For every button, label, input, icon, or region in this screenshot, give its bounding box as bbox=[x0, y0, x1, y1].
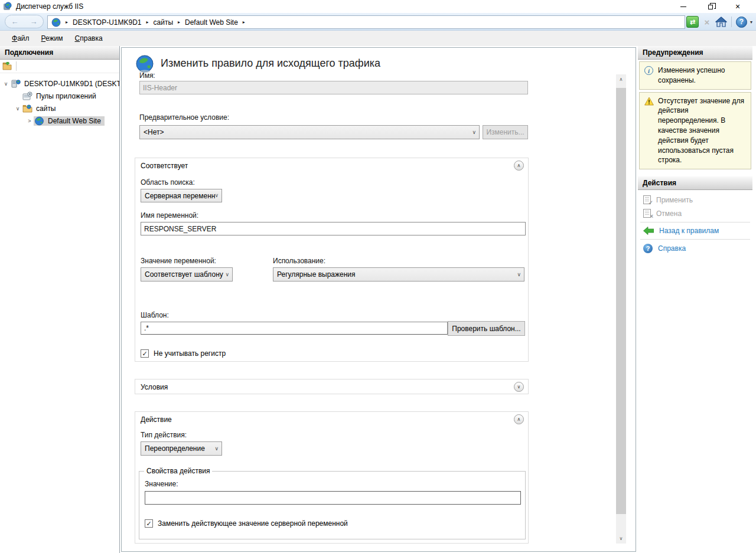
test-pattern-button[interactable]: Проверить шаблон... bbox=[448, 321, 525, 336]
breadcrumb-sites[interactable]: сайты bbox=[154, 18, 174, 27]
using-value: Регулярные выражения bbox=[277, 270, 356, 279]
ignore-case-row: ✓ Не учитывать регистр bbox=[141, 349, 226, 358]
scope-select[interactable]: Серверная переменн ∨ bbox=[141, 189, 222, 202]
address-bar: ← → ▸ DESKTOP-U1MK9D1 ▸ сайты ▸ Default … bbox=[0, 13, 756, 31]
connections-header-label: Подключения bbox=[5, 48, 53, 57]
menu-file[interactable]: Файл bbox=[6, 32, 35, 45]
pattern-input[interactable] bbox=[141, 322, 448, 335]
help-label: Справка bbox=[658, 244, 686, 253]
address-bar-buttons: ⇄ × ? ▾ bbox=[686, 16, 752, 28]
scroll-down-icon: ∨ bbox=[620, 536, 623, 541]
selected-tree-item: Default Web Site bbox=[34, 116, 105, 126]
replace-value-label: Заменить действующее значение серверной … bbox=[158, 519, 348, 528]
actions-list: ✓ Применить × Отмена Назад к правилам ? … bbox=[638, 190, 752, 256]
home-button[interactable] bbox=[715, 16, 727, 28]
variable-name-input[interactable] bbox=[141, 222, 526, 235]
warnings-header: Предупреждения bbox=[638, 46, 752, 60]
chevron-down-icon: ∨ bbox=[225, 271, 229, 277]
scroll-up-button[interactable]: ∧ bbox=[616, 74, 626, 84]
value-label: Значение: bbox=[145, 480, 178, 488]
collapse-section-button[interactable]: ∧ bbox=[514, 161, 524, 171]
tree-item-server[interactable]: ∨ DESKTOP-U1MK9D1 (DESKTOP bbox=[0, 77, 119, 90]
breadcrumb-separator-icon: ▸ bbox=[145, 19, 151, 25]
chevron-down-icon: ∨ bbox=[472, 129, 476, 135]
close-button[interactable]: × bbox=[724, 0, 751, 13]
tree-item-label: Default Web Site bbox=[47, 116, 105, 126]
breadcrumb-default-web-site[interactable]: Default Web Site bbox=[185, 18, 238, 27]
help-icon: ? bbox=[739, 18, 744, 26]
stop-button[interactable]: × bbox=[702, 18, 712, 27]
back-button[interactable]: ← bbox=[11, 18, 19, 25]
refresh-button[interactable]: ⇄ bbox=[686, 16, 699, 28]
menu-view[interactable]: Режим bbox=[35, 32, 69, 45]
variable-name-label: Имя переменной: bbox=[141, 211, 198, 220]
globe-icon bbox=[51, 18, 61, 27]
warning-icon bbox=[644, 97, 654, 106]
back-to-rules-label: Назад к правилам bbox=[659, 227, 719, 235]
help-icon-glyph: ? bbox=[646, 245, 650, 252]
breadcrumb-separator-icon: ▸ bbox=[176, 19, 182, 25]
check-icon: ✓ bbox=[146, 521, 151, 527]
minimize-button[interactable] bbox=[670, 0, 697, 13]
value-input[interactable] bbox=[145, 491, 521, 505]
replace-value-checkbox[interactable]: ✓ bbox=[145, 519, 153, 528]
restore-button[interactable] bbox=[697, 0, 724, 13]
name-input bbox=[139, 81, 528, 94]
expand-collapse-icon[interactable]: > bbox=[25, 118, 34, 124]
cancel-label: Отмена bbox=[656, 210, 682, 218]
chevron-up-icon: ∧ bbox=[517, 163, 521, 168]
scroll-down-button[interactable]: ∨ bbox=[616, 534, 626, 544]
tree-item-label: DESKTOP-U1MK9D1 (DESKTOP bbox=[23, 79, 119, 89]
iis-manager-window: Диспетчер служб IIS × ← → ▸ DESKTOP-U1MK… bbox=[0, 0, 756, 553]
variable-value-value: Соответствует шаблону bbox=[145, 270, 223, 279]
precondition-select[interactable]: <Нет> ∨ bbox=[139, 125, 480, 139]
stop-icon: × bbox=[705, 17, 710, 27]
vertical-scrollbar[interactable]: ∧ ∨ bbox=[616, 74, 626, 544]
ignore-case-checkbox[interactable]: ✓ bbox=[141, 349, 149, 358]
tree-item-app-pools[interactable]: Пулы приложений bbox=[0, 90, 119, 102]
site-globe-icon bbox=[34, 116, 44, 126]
action-type-select[interactable]: Переопределение ∨ bbox=[141, 441, 222, 456]
sites-folder-icon bbox=[22, 104, 32, 113]
variable-value-select[interactable]: Соответствует шаблону ∨ bbox=[141, 267, 233, 282]
precondition-label: Предварительное условие: bbox=[139, 113, 229, 122]
match-section: Соответствует ∧ Область поиска: Серверна… bbox=[135, 158, 529, 362]
toolbar-separator bbox=[16, 61, 17, 71]
info-icon-glyph: i bbox=[648, 67, 650, 74]
chevron-up-icon: ∧ bbox=[517, 417, 521, 422]
conditions-section-title: Условия bbox=[141, 383, 168, 391]
check-icon: ✓ bbox=[649, 200, 653, 206]
edit-precondition-button[interactable]: Изменить... bbox=[483, 125, 528, 139]
forward-button[interactable]: → bbox=[30, 18, 38, 25]
save-connection-folder-icon[interactable] bbox=[2, 62, 12, 70]
scope-value: Серверная переменн bbox=[145, 192, 215, 200]
help-icon: ? bbox=[643, 244, 653, 253]
apply-action[interactable]: ✓ Применить bbox=[638, 193, 752, 207]
back-to-rules-action[interactable]: Назад к правилам bbox=[638, 224, 752, 237]
breadcrumb[interactable]: ▸ DESKTOP-U1MK9D1 ▸ сайты ▸ Default Web … bbox=[47, 15, 685, 29]
menu-help[interactable]: Справка bbox=[69, 32, 109, 45]
variable-value-label: Значение переменной: bbox=[141, 257, 216, 265]
precondition-value: <Нет> bbox=[144, 128, 164, 136]
expand-collapse-icon[interactable]: ∨ bbox=[2, 81, 10, 87]
name-label: Имя: bbox=[139, 71, 155, 80]
tree-item-default-web-site[interactable]: > Default Web Site bbox=[0, 114, 119, 127]
expand-section-button[interactable]: ∨ bbox=[514, 382, 524, 392]
replace-value-row: ✓ Заменить действующее значение серверно… bbox=[145, 519, 348, 528]
chevron-down-icon: ∨ bbox=[214, 446, 219, 451]
scrollbar-thumb[interactable] bbox=[616, 88, 626, 514]
expand-collapse-icon[interactable]: ∨ bbox=[14, 106, 22, 112]
scroll-up-icon: ∧ bbox=[620, 77, 623, 82]
collapse-section-button[interactable]: ∧ bbox=[514, 414, 524, 424]
help-dropdown-caret-icon[interactable]: ▾ bbox=[750, 19, 752, 25]
help-button[interactable]: ? bbox=[736, 17, 747, 28]
tree-item-sites[interactable]: ∨ сайты bbox=[0, 102, 119, 114]
using-select[interactable]: Регулярные выражения ∨ bbox=[273, 267, 524, 282]
server-icon bbox=[11, 79, 21, 89]
help-action[interactable]: ? Справка bbox=[638, 241, 752, 256]
connections-panel: Подключения ∨ DESKTOP-U1MK9D1 (DESKT bbox=[0, 46, 120, 553]
breadcrumb-server[interactable]: DESKTOP-U1MK9D1 bbox=[73, 18, 141, 27]
cancel-action[interactable]: × Отмена bbox=[638, 207, 752, 220]
ignore-case-label: Не учитывать регистр bbox=[154, 349, 226, 358]
scope-label: Область поиска: bbox=[141, 178, 195, 186]
